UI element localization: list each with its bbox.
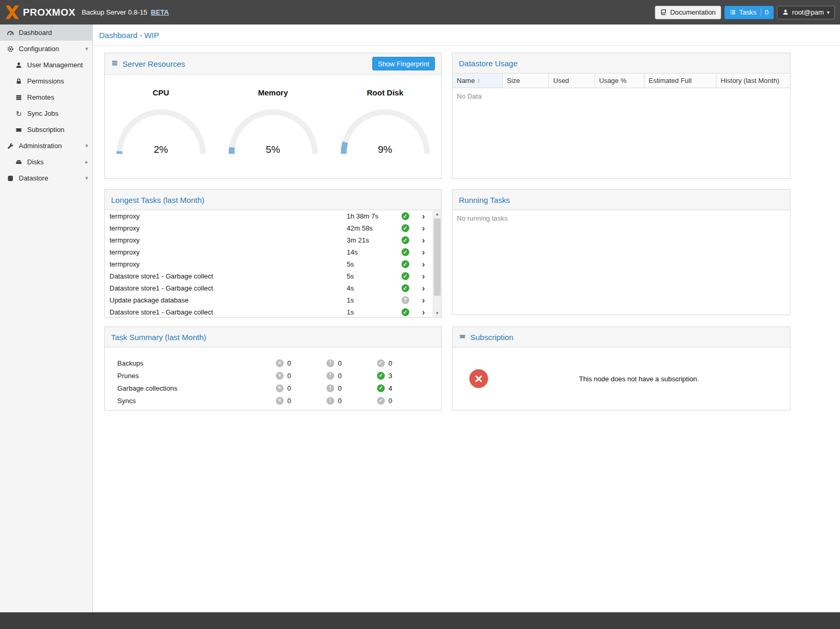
task-row[interactable]: Datastore store1 - Garbage collect 5s ✓ … [105,270,433,282]
sidebar-item-administration[interactable]: Administration ▾ [0,138,92,154]
chevron-right-icon[interactable]: › [413,248,433,257]
chevron-right-icon[interactable]: › [413,260,433,269]
task-row[interactable]: termproxy 14s ✓ › [105,246,433,258]
warning-count: 0 [338,384,342,392]
sidebar-item-subscription[interactable]: Subscription [0,122,92,138]
chevron-right-icon[interactable]: › [413,212,433,221]
ok-count: 0 [388,397,392,405]
warning-count-icon: ! [326,384,334,392]
task-row[interactable]: termproxy 1h 38m 7s ✓ › [105,210,433,222]
task-status-icon: ✓ [401,212,409,220]
column-header-name[interactable]: Name ↑ [453,74,503,88]
ok-count-icon: ✓ [377,397,385,405]
caret-down-icon[interactable]: ▾ [85,175,88,182]
error-count-icon: × [276,384,284,392]
caret-right-icon[interactable]: ▸ [85,159,88,165]
task-duration: 5s [347,260,397,268]
subscription-error-icon: × [469,369,488,388]
task-duration: 1s [347,308,397,316]
column-header-size[interactable]: Size [503,74,549,88]
page-title: Dashboard - WIP [99,31,159,40]
summary-row: Syncs ×0 !0 ✓0 [105,394,441,407]
column-header-estimated-full[interactable]: Estimated Full [644,74,716,88]
ok-count: 0 [388,359,392,367]
brand-name: PROXMOX [23,7,76,18]
hdd-icon [15,159,23,166]
task-row[interactable]: Datastore store1 - Garbage collect 4s ✓ … [105,282,433,294]
subscription-message: This node does not have a subscription. [488,375,790,383]
task-row[interactable]: Update package database 1s ? › [105,294,433,306]
chevron-right-icon[interactable]: › [413,224,433,233]
sidebar-item-label: Sync Jobs [27,110,58,117]
sidebar-item-label: Subscription [27,126,65,134]
caret-down-icon[interactable]: ▾ [85,142,88,149]
main-area: Dashboard - WIP [93,25,840,612]
caret-down-icon[interactable]: ▾ [85,45,88,52]
sidebar-item-label: Dashboard [19,29,52,37]
chevron-right-icon[interactable]: › [413,308,433,317]
sidebar: Dashboard Configuration ▾ U [0,25,93,612]
sidebar-item-remotes[interactable]: Remotes [0,89,92,105]
panel-header: Running Tasks [453,190,790,210]
sidebar-item-disks[interactable]: Disks ▸ [0,154,92,170]
lock-icon [15,78,23,85]
user-menu-button[interactable]: root@pam ▾ [777,6,835,19]
scroll-up-button[interactable]: ▲ [433,210,441,218]
column-header-usage[interactable]: Usage % [595,74,644,88]
warning-count: 0 [338,372,342,380]
task-status-icon: ✓ [401,236,409,244]
tasks-button[interactable]: Tasks 0 [724,6,774,19]
empty-state: No Data [453,88,790,178]
sidebar-item-configuration[interactable]: Configuration ▾ [0,41,92,57]
sidebar-item-dashboard[interactable]: Dashboard [0,25,92,41]
task-name: Update package database [105,296,347,304]
empty-state: No running tasks [453,210,790,314]
task-name: termproxy [105,236,347,244]
task-name: Datastore store1 - Garbage collect [105,284,347,292]
server-stack-icon [15,94,23,101]
chevron-right-icon[interactable]: › [413,236,433,245]
column-header-used[interactable]: Used [549,74,595,88]
sidebar-item-permissions[interactable]: Permissions [0,73,92,89]
documentation-button[interactable]: Documentation [655,6,721,19]
app-window: PROXMOX Backup Server 0.8-15 BETA Docume… [0,0,840,629]
task-status-icon: ✓ [401,272,409,280]
show-fingerprint-button[interactable]: Show Fingerprint [372,57,435,70]
task-duration: 1s [347,296,397,304]
chevron-right-icon[interactable]: › [413,284,433,293]
gauge-label: Memory [258,88,288,97]
task-row[interactable]: termproxy 3m 21s ✓ › [105,234,433,246]
task-row[interactable]: termproxy 42m 58s ✓ › [105,222,433,234]
task-duration: 14s [347,248,397,256]
scrollbar[interactable]: ▲ ▼ [433,210,441,317]
task-status-icon: ✓ [401,308,409,316]
database-icon [6,175,15,182]
sidebar-item-label: Permissions [27,77,64,85]
panel-header: Server Resources Show Fingerprint [105,53,441,75]
task-status-icon: ✓ [401,224,409,232]
gear-icon [6,45,15,53]
sidebar-item-sync-jobs[interactable]: ↻ Sync Jobs [0,105,92,122]
task-name: termproxy [105,212,347,220]
subscription-panel: Subscription × This node does not have a… [452,326,790,410]
beta-link[interactable]: BETA [151,8,168,16]
user-icon [782,9,789,16]
scrollbar-thumb[interactable] [434,219,441,296]
task-row[interactable]: Datastore store1 - Garbage collect 1s ✓ … [105,306,433,317]
chevron-right-icon[interactable]: › [413,296,433,305]
error-count-icon: × [276,397,284,405]
user-icon [15,62,23,69]
task-status-icon: ? [401,296,409,304]
column-header-history[interactable]: History (last Month) [716,74,790,88]
scroll-down-button[interactable]: ▼ [433,309,441,317]
task-row[interactable]: termproxy 5s ✓ › [105,258,433,270]
sidebar-item-datastore[interactable]: Datastore ▾ [0,170,92,186]
wrench-icon [6,142,15,150]
proxmox-logo-icon [5,5,19,19]
task-duration: 42m 58s [347,224,397,232]
chevron-right-icon[interactable]: › [413,272,433,281]
longest-tasks-panel: Longest Tasks (last Month) termproxy 1h … [104,189,442,318]
task-list: termproxy 1h 38m 7s ✓ › termproxy 42m 58… [105,210,441,317]
ok-count-icon: ✓ [377,359,385,367]
sidebar-item-user-management[interactable]: User Management [0,57,92,73]
